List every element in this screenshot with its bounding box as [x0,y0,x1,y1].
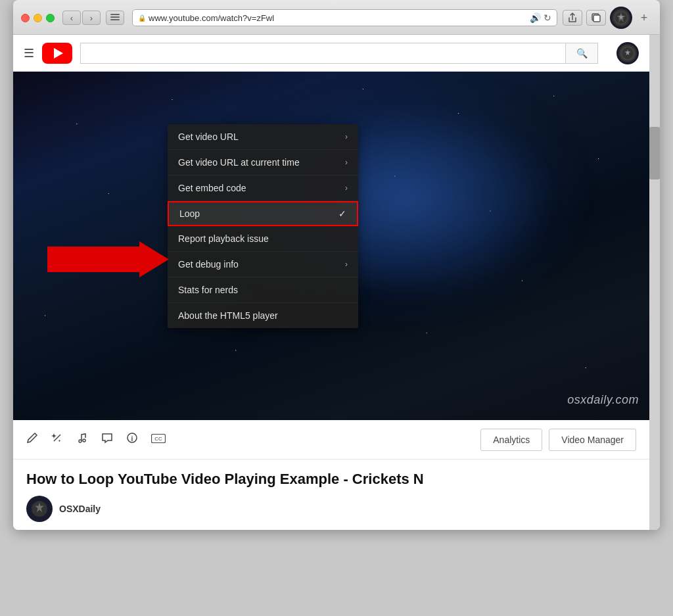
browser-toolbar-right: + [563,7,652,29]
info-icon[interactable]: i [126,432,138,447]
menu-item-get-video-url-time-arrow: › [345,158,348,167]
toolbar-right-buttons: Analytics Video Manager [480,429,636,451]
menu-item-get-debug-info-label: Get debug info [178,259,239,270]
video-area[interactable]: osxdaily.com Get video URL › [13,72,649,420]
hamburger-menu[interactable]: ☰ [24,46,34,60]
search-button[interactable]: 🔍 [565,43,598,64]
search-input[interactable] [80,43,565,64]
youtube-logo[interactable] [42,43,72,64]
svg-text:i: i [131,435,133,442]
svg-text:CC: CC [154,436,162,442]
toolbar-icons: i CC [26,432,166,447]
yt-profile-icon[interactable] [616,42,639,64]
address-text: www.youtube.com/watch?v=zFwl [149,13,527,23]
menu-item-report-playback[interactable]: Report playback issue [168,226,358,252]
browser-content: ☰ 🔍 [13,35,660,530]
music-icon[interactable] [76,432,88,447]
svg-rect-2 [110,19,120,20]
channel-avatar[interactable] [26,496,53,522]
content-area: ☰ 🔍 [13,35,649,530]
edit-icon[interactable] [26,432,38,447]
menu-item-loop-check: ✓ [338,208,346,219]
menu-item-get-debug-info-arrow: › [345,260,348,269]
svg-rect-0 [110,14,120,15]
menu-item-stats-for-nerds-label: Stats for nerds [178,285,238,295]
close-button[interactable] [21,14,30,22]
video-title: How to Loop YouTube Video Playing Exampl… [26,470,636,489]
share-button[interactable] [563,10,582,26]
address-bar[interactable]: 🔒 www.youtube.com/watch?v=zFwl 🔊 ↻ [132,9,557,26]
channel-name[interactable]: OSXDaily [59,504,101,514]
youtube-play-icon [54,48,63,59]
menu-item-get-video-url-time[interactable]: Get video URL at current time › [168,150,358,176]
yt-profile-avatar [618,44,637,62]
context-menu: Get video URL › Get video URL at current… [168,124,358,328]
svg-rect-4 [593,15,600,22]
maximize-button[interactable] [46,14,55,22]
red-arrow [47,241,169,280]
reload-icon[interactable]: ↻ [544,12,551,23]
svg-rect-1 [110,16,120,18]
menu-item-get-video-url-label: Get video URL [178,131,239,142]
youtube-header: ☰ 🔍 [13,35,649,72]
menu-item-loop[interactable]: Loop ✓ [168,201,358,226]
lock-icon: 🔒 [138,14,146,22]
channel-avatar-image [28,498,51,520]
traffic-lights [21,14,55,22]
menu-item-stats-for-nerds[interactable]: Stats for nerds [168,277,358,303]
minimize-button[interactable] [34,14,42,22]
title-bar: ‹ › 🔒 www.youtube.com/watch?v=zFwl 🔊 ↻ [13,0,660,35]
analytics-button[interactable]: Analytics [480,429,542,451]
new-tab-button[interactable]: + [636,10,652,26]
cc-icon[interactable]: CC [151,433,166,446]
menu-item-loop-label: Loop [179,208,200,219]
search-container: 🔍 [80,43,598,64]
menu-item-get-embed-code-arrow: › [345,183,348,193]
menu-item-get-video-url[interactable]: Get video URL › [168,124,358,150]
menu-item-about-html5[interactable]: About the HTML5 player [168,303,358,328]
menu-item-get-embed-code[interactable]: Get embed code › [168,176,358,201]
nav-buttons: ‹ › [62,11,101,25]
channel-row: OSXDaily [26,496,636,522]
back-button[interactable]: ‹ [62,11,81,25]
address-controls: 🔊 ↻ [530,12,551,23]
menu-item-get-video-url-time-label: Get video URL at current time [178,157,300,168]
scrollbar-thumb[interactable] [649,127,660,179]
profile-icon[interactable] [610,7,632,29]
video-toolbar: i CC Analytics Video Manager [13,420,649,460]
comments-icon[interactable] [101,432,113,447]
menu-item-get-embed-code-label: Get embed code [178,183,246,193]
svg-marker-8 [47,241,169,277]
scrollbar[interactable] [649,35,660,530]
menu-item-get-debug-info[interactable]: Get debug info › [168,252,358,277]
video-manager-button[interactable]: Video Manager [549,429,636,451]
duplicate-tab-button[interactable] [586,10,606,26]
watermark: osxdaily.com [567,393,639,407]
magic-icon[interactable] [51,432,63,447]
forward-button[interactable]: › [82,11,101,25]
profile-avatar [612,9,630,27]
menu-item-report-playback-label: Report playback issue [178,233,269,244]
menu-item-get-video-url-arrow: › [345,132,348,141]
reader-mode-button[interactable] [106,11,124,25]
video-info: How to Loop YouTube Video Playing Exampl… [13,460,649,530]
menu-item-about-html5-label: About the HTML5 player [178,310,278,321]
audio-icon: 🔊 [530,12,541,23]
